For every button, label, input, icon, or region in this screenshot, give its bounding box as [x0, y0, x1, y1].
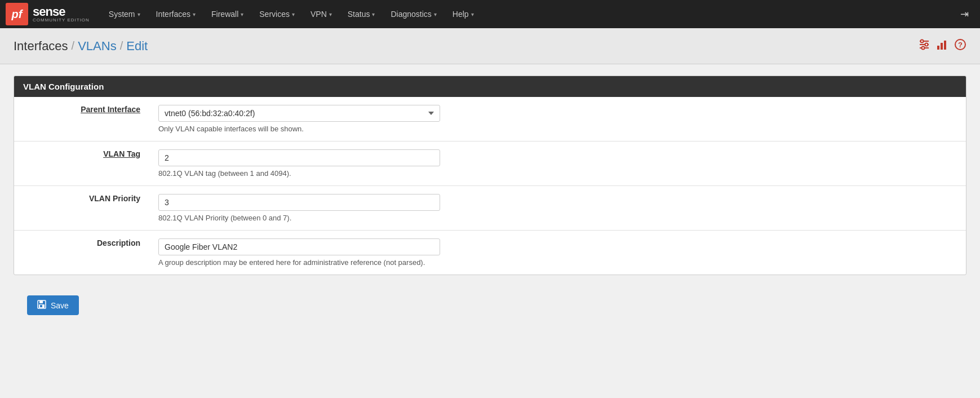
- brand-name: sense: [33, 6, 90, 18]
- description-label-cell: Description: [14, 231, 149, 275]
- chart-icon[interactable]: [936, 38, 948, 54]
- brand: pf sense COMMUNITY EDITION: [6, 3, 90, 25]
- parent-interface-row: Parent Interface vtnet0 (56:bd:32:a0:40:…: [14, 97, 966, 141]
- breadcrumb-interfaces: Interfaces: [14, 39, 68, 54]
- vlan-priority-row: VLAN Priority 802.1Q VLAN Priority (betw…: [14, 186, 966, 231]
- nav-status-arrow: ▾: [372, 11, 375, 17]
- nav-items: System ▾ Interfaces ▾ Firewall ▾ Service…: [101, 0, 955, 28]
- nav-firewall[interactable]: Firewall ▾: [203, 0, 251, 28]
- vlan-tag-row: VLAN Tag 802.1Q VLAN tag (between 1 and …: [14, 141, 966, 186]
- description-label: Description: [97, 238, 140, 247]
- nav-vpn-arrow: ▾: [329, 11, 332, 17]
- breadcrumb-bar: Interfaces / VLANs / Edit: [0, 28, 980, 64]
- save-label: Save: [51, 301, 69, 310]
- form-table: Parent Interface vtnet0 (56:bd:32:a0:40:…: [14, 97, 966, 275]
- svg-text:?: ?: [958, 41, 963, 49]
- breadcrumb-sep-1: /: [72, 39, 75, 52]
- breadcrumb-vlans[interactable]: VLANs: [78, 39, 116, 54]
- vlan-priority-label-cell: VLAN Priority: [14, 186, 149, 231]
- nav-diagnostics[interactable]: Diagnostics ▾: [383, 0, 444, 28]
- parent-interface-field-cell: vtnet0 (56:bd:32:a0:40:2f) Only VLAN cap…: [149, 97, 966, 141]
- parent-interface-help: Only VLAN capable interfaces will be sho…: [158, 125, 957, 133]
- nav-services[interactable]: Services ▾: [251, 0, 303, 28]
- vlan-priority-label: VLAN Priority: [89, 194, 140, 203]
- nav-interfaces[interactable]: Interfaces ▾: [148, 0, 203, 28]
- nav-vpn[interactable]: VPN ▾: [303, 0, 340, 28]
- card-header: VLAN Configuration: [14, 76, 966, 97]
- vlan-tag-help: 802.1Q VLAN tag (between 1 and 4094).: [158, 169, 957, 178]
- vlan-priority-field-cell: 802.1Q VLAN Priority (between 0 and 7).: [149, 186, 966, 231]
- svg-rect-14: [40, 305, 42, 307]
- svg-point-3: [921, 40, 924, 43]
- vlan-tag-label-cell: VLAN Tag: [14, 141, 149, 186]
- svg-rect-12: [39, 300, 43, 303]
- brand-text: sense COMMUNITY EDITION: [33, 6, 90, 23]
- svg-point-4: [925, 43, 928, 46]
- floppy-icon: [37, 300, 46, 311]
- svg-rect-6: [937, 46, 939, 50]
- navbar: pf sense COMMUNITY EDITION System ▾ Inte…: [0, 0, 980, 28]
- breadcrumb-sep-2: /: [120, 39, 123, 52]
- parent-interface-label-cell: Parent Interface: [14, 97, 149, 141]
- nav-diagnostics-arrow: ▾: [434, 11, 437, 17]
- vlan-priority-help: 802.1Q VLAN Priority (between 0 and 7).: [158, 214, 957, 222]
- svg-rect-7: [941, 43, 943, 50]
- vlan-config-card: VLAN Configuration Parent Interface vtne…: [14, 76, 966, 275]
- save-button[interactable]: Save: [27, 295, 79, 315]
- nav-status[interactable]: Status ▾: [340, 0, 383, 28]
- svg-rect-8: [944, 41, 946, 50]
- save-area: Save: [14, 286, 966, 326]
- breadcrumb-edit[interactable]: Edit: [126, 39, 148, 54]
- nav-firewall-arrow: ▾: [241, 11, 243, 17]
- parent-interface-label: Parent Interface: [81, 105, 140, 114]
- nav-system-arrow: ▾: [138, 11, 140, 17]
- vlan-tag-field-cell: 802.1Q VLAN tag (between 1 and 4094).: [149, 141, 966, 186]
- nav-interfaces-arrow: ▾: [193, 11, 196, 17]
- nav-help-arrow: ▾: [471, 11, 474, 17]
- description-field-cell: A group description may be entered here …: [149, 231, 966, 275]
- vlan-tag-input[interactable]: [158, 149, 440, 166]
- svg-point-5: [922, 47, 925, 50]
- main-content: VLAN Configuration Parent Interface vtne…: [0, 64, 980, 338]
- breadcrumb: Interfaces / VLANs / Edit: [14, 39, 148, 54]
- nav-system[interactable]: System ▾: [101, 0, 148, 28]
- brand-edition: COMMUNITY EDITION: [33, 18, 90, 23]
- pf-logo: pf: [6, 3, 28, 25]
- description-row: Description A group description may be e…: [14, 231, 966, 275]
- vlan-priority-input[interactable]: [158, 194, 440, 211]
- description-input[interactable]: [158, 238, 440, 255]
- breadcrumb-icons: ?: [918, 38, 966, 54]
- nav-help[interactable]: Help ▾: [445, 0, 482, 28]
- nav-right: ⇥: [955, 8, 974, 20]
- logout-icon[interactable]: ⇥: [955, 8, 974, 20]
- nav-services-arrow: ▾: [292, 11, 295, 17]
- vlan-tag-label: VLAN Tag: [103, 149, 140, 158]
- help-icon[interactable]: ?: [954, 38, 966, 54]
- description-help: A group description may be entered here …: [158, 258, 957, 267]
- parent-interface-select[interactable]: vtnet0 (56:bd:32:a0:40:2f): [158, 105, 440, 122]
- settings-icon[interactable]: [918, 38, 930, 54]
